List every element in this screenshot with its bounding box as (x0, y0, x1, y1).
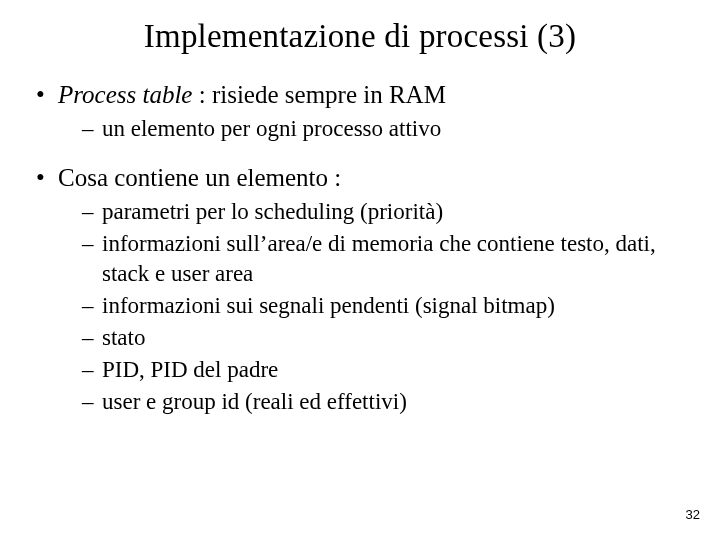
bullet-1-sublist: un elemento per ogni processo attivo (58, 114, 690, 144)
bullet-2: Cosa contiene un elemento : parametri pe… (36, 162, 690, 416)
bullet-2-sub-3: informazioni sui segnali pendenti (signa… (82, 291, 690, 321)
bullet-2-sub-4: stato (82, 323, 690, 353)
bullet-1-rest: : risiede sempre in RAM (192, 81, 445, 108)
bullet-2-sub-2: informazioni sull’area/e di memoria che … (82, 229, 690, 289)
bullet-2-sub-5: PID, PID del padre (82, 355, 690, 385)
slide: Implementazione di processi (3) Process … (0, 0, 720, 540)
bullet-2-sub-6: user e group id (reali ed effettivi) (82, 387, 690, 417)
page-number: 32 (686, 507, 700, 522)
bullet-2-sub-1: parametri per lo scheduling (priorità) (82, 197, 690, 227)
bullet-list: Process table : risiede sempre in RAM un… (30, 79, 690, 417)
slide-title: Implementazione di processi (3) (30, 18, 690, 55)
bullet-2-sublist: parametri per lo scheduling (priorità) i… (58, 197, 690, 416)
bullet-1-sub-1: un elemento per ogni processo attivo (82, 114, 690, 144)
bullet-1: Process table : risiede sempre in RAM un… (36, 79, 690, 144)
bullet-2-text: Cosa contiene un elemento : (58, 164, 341, 191)
bullet-1-emph: Process table (58, 81, 192, 108)
